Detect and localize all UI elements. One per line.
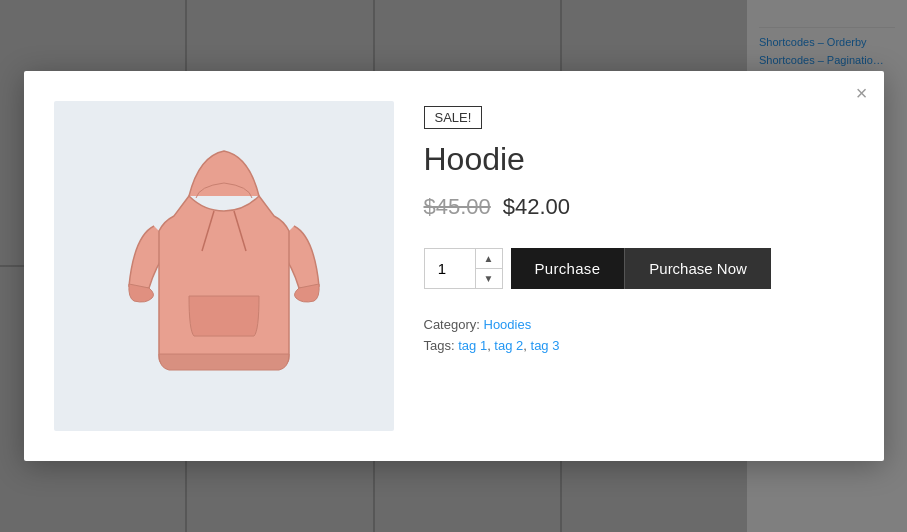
price-original: $45.00 xyxy=(424,194,491,220)
tags-row: Tags: tag 1, tag 2, tag 3 xyxy=(424,338,854,353)
product-modal: × xyxy=(24,71,884,461)
price-sale: $42.00 xyxy=(503,194,570,220)
sale-badge: SALE! xyxy=(424,106,483,129)
product-image xyxy=(114,136,334,396)
tags-label: Tags: xyxy=(424,338,455,353)
tag-sep-2: , xyxy=(523,338,530,353)
price-container: $45.00 $42.00 xyxy=(424,194,854,220)
quantity-container: ▲ ▼ xyxy=(424,248,503,289)
quantity-input[interactable] xyxy=(425,249,475,288)
quantity-controls: ▲ ▼ xyxy=(475,249,502,288)
tag-link-1[interactable]: tag 1 xyxy=(458,338,487,353)
purchase-row: ▲ ▼ Purchase Purchase Now xyxy=(424,248,854,289)
product-title: Hoodie xyxy=(424,141,854,178)
purchase-button[interactable]: Purchase xyxy=(511,248,625,289)
tag-link-3[interactable]: tag 3 xyxy=(531,338,560,353)
modal-overlay: × xyxy=(0,0,907,532)
category-row: Category: Hoodies xyxy=(424,317,854,332)
purchase-now-button[interactable]: Purchase Now xyxy=(624,248,771,289)
tag-link-2[interactable]: tag 2 xyxy=(494,338,523,353)
category-link[interactable]: Hoodies xyxy=(484,317,532,332)
product-details: SALE! Hoodie $45.00 $42.00 ▲ ▼ Purchase … xyxy=(424,101,854,431)
product-image-container xyxy=(54,101,394,431)
quantity-up-button[interactable]: ▲ xyxy=(476,249,502,269)
category-label: Category: xyxy=(424,317,480,332)
modal-close-button[interactable]: × xyxy=(856,83,868,103)
quantity-down-button[interactable]: ▼ xyxy=(476,269,502,288)
